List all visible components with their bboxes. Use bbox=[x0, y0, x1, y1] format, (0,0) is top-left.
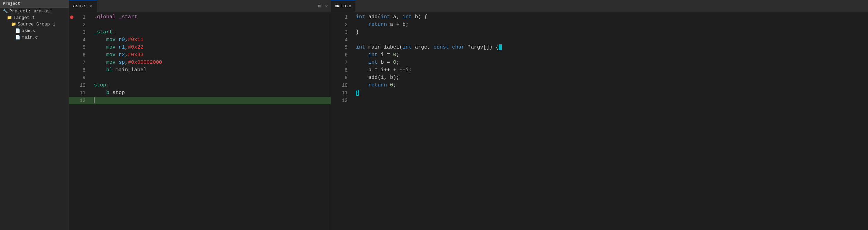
table-row: 2 bbox=[69, 21, 331, 29]
close-tab-icon[interactable]: ✕ bbox=[324, 2, 329, 10]
target-icon: 📁 bbox=[7, 15, 12, 20]
split-down-icon[interactable]: ⊞ bbox=[317, 2, 322, 10]
main-file-icon: 📄 bbox=[15, 35, 20, 40]
breakpoint-m10[interactable] bbox=[331, 82, 337, 89]
line-num-m11: 11 bbox=[337, 89, 353, 97]
line-num-m7: 7 bbox=[337, 59, 353, 66]
source-group-icon: 📁 bbox=[11, 22, 16, 27]
line-num-3: 3 bbox=[74, 29, 91, 36]
project-label: Project: arm-asm bbox=[9, 9, 52, 14]
line-num-7: 7 bbox=[74, 59, 91, 66]
breakpoint-8[interactable] bbox=[69, 66, 74, 74]
breakpoint-5[interactable] bbox=[69, 44, 74, 51]
breakpoint-m6[interactable] bbox=[331, 51, 337, 59]
asm-file-icon: 📄 bbox=[15, 28, 20, 33]
line-num-m9: 9 bbox=[337, 74, 353, 82]
line-content-5: mov r1,#0x22 bbox=[91, 44, 331, 51]
table-row: 4 mov r0,#0x11 bbox=[69, 36, 331, 44]
breakpoint-6[interactable] bbox=[69, 51, 74, 59]
breakpoint-1[interactable] bbox=[69, 13, 74, 21]
tab-bar-asm: asm.s ✕ ⊞ ✕ bbox=[69, 0, 331, 12]
line-content-m12 bbox=[353, 97, 868, 104]
code-area-asm[interactable]: 1 .global _start 2 3 _start: 4 mov r0,#0… bbox=[69, 12, 331, 230]
tab-asm-close[interactable]: ✕ bbox=[89, 3, 93, 9]
breakpoint-9[interactable] bbox=[69, 74, 74, 82]
sidebar-item-project[interactable]: 🔧 Project: arm-asm bbox=[0, 8, 69, 14]
table-row: 11 } bbox=[331, 89, 868, 97]
line-num-m1: 1 bbox=[337, 13, 353, 21]
breakpoint-2[interactable] bbox=[69, 21, 74, 29]
breakpoint-4[interactable] bbox=[69, 36, 74, 44]
target-label: Target 1 bbox=[13, 15, 35, 20]
line-content-m6: int i = 0; bbox=[353, 51, 868, 59]
tab-asm-s-label: asm.s bbox=[73, 3, 87, 9]
breakpoint-11[interactable] bbox=[69, 89, 74, 97]
line-content-3: _start: bbox=[91, 29, 331, 36]
tab-bar-main: main.c bbox=[331, 0, 868, 12]
line-num-m8: 8 bbox=[337, 66, 353, 74]
line-num-m6: 6 bbox=[337, 51, 353, 59]
breakpoint-m1[interactable] bbox=[331, 13, 337, 21]
breakpoint-m5[interactable] bbox=[331, 44, 337, 51]
sidebar-item-asm-s[interactable]: 📄 asm.s bbox=[0, 28, 69, 34]
project-icon: 🔧 bbox=[3, 9, 8, 14]
main-file-label: main.c bbox=[22, 35, 38, 40]
table-row: 9 bbox=[69, 74, 331, 82]
breakpoint-m7[interactable] bbox=[331, 59, 337, 66]
code-area-main[interactable]: 1 int add(int a, int b) { 2 return a + b… bbox=[331, 12, 868, 230]
editor-pane-main: main.c 1 int add(int a, int b) { 2 retur… bbox=[331, 0, 868, 230]
asm-file-label: asm.s bbox=[22, 28, 35, 33]
sidebar-item-source-group[interactable]: 📁 Source Group 1 bbox=[0, 21, 69, 28]
table-row: 7 int b = 0; bbox=[331, 59, 868, 66]
table-row: 9 add(i, b); bbox=[331, 74, 868, 82]
line-content-m10: return 0; bbox=[353, 82, 868, 89]
breakpoint-m12[interactable] bbox=[331, 97, 337, 104]
line-num-m10: 10 bbox=[337, 82, 353, 89]
breakpoint-m4[interactable] bbox=[331, 36, 337, 44]
table-row: 8 bl main_label bbox=[69, 66, 331, 74]
table-row: 12 bbox=[69, 97, 331, 104]
sidebar-header: Project bbox=[0, 0, 69, 8]
line-num-m5: 5 bbox=[337, 44, 353, 51]
tab-main-c-label: main.c bbox=[335, 3, 351, 9]
table-row: 3 _start: bbox=[69, 29, 331, 36]
line-num-10: 10 bbox=[74, 82, 91, 89]
line-content-m1: int add(int a, int b) { bbox=[353, 13, 868, 21]
table-row: 5 int main_label(int argc, const char *a… bbox=[331, 44, 868, 51]
table-row: 11 b stop bbox=[69, 89, 331, 97]
breakpoint-m9[interactable] bbox=[331, 74, 337, 82]
table-row: 1 int add(int a, int b) { bbox=[331, 13, 868, 21]
line-content-6: mov r2,#0x33 bbox=[91, 51, 331, 59]
line-content-11: b stop bbox=[91, 89, 331, 97]
breakpoint-3[interactable] bbox=[69, 29, 74, 36]
table-row: 6 int i = 0; bbox=[331, 51, 868, 59]
tab-asm-s[interactable]: asm.s ✕ bbox=[69, 0, 97, 12]
table-row: 6 mov r2,#0x33 bbox=[69, 51, 331, 59]
sidebar-item-target1[interactable]: 📁 Target 1 bbox=[0, 14, 69, 21]
line-num-6: 6 bbox=[74, 51, 91, 59]
line-num-2: 2 bbox=[74, 21, 91, 29]
breakpoint-10[interactable] bbox=[69, 82, 74, 89]
breakpoint-7[interactable] bbox=[69, 59, 74, 66]
tab-main-c[interactable]: main.c bbox=[331, 0, 356, 12]
source-group-label: Source Group 1 bbox=[18, 22, 55, 27]
editor-area: asm.s ✕ ⊞ ✕ 1 .global _start 2 bbox=[69, 0, 868, 230]
sidebar: Project 🔧 Project: arm-asm 📁 Target 1 📁 … bbox=[0, 0, 69, 230]
line-content-m5: int main_label(int argc, const char *arg… bbox=[353, 44, 868, 51]
breakpoint-m11[interactable] bbox=[331, 89, 337, 97]
breakpoint-m8[interactable] bbox=[331, 66, 337, 74]
sidebar-item-main-c[interactable]: 📄 main.c bbox=[0, 34, 69, 41]
line-content-m8: b = i++ + ++i; bbox=[353, 66, 868, 74]
breakpoint-m3[interactable] bbox=[331, 29, 337, 36]
line-num-9: 9 bbox=[74, 74, 91, 82]
table-row: 8 b = i++ + ++i; bbox=[331, 66, 868, 74]
line-content-m9: add(i, b); bbox=[353, 74, 868, 82]
line-num-4: 4 bbox=[74, 36, 91, 44]
line-num-8: 8 bbox=[74, 66, 91, 74]
line-num-m2: 2 bbox=[337, 21, 353, 29]
table-row: 1 .global _start bbox=[69, 13, 331, 21]
breakpoint-12[interactable] bbox=[69, 97, 74, 104]
breakpoint-m2[interactable] bbox=[331, 21, 337, 29]
table-row: 5 mov r1,#0x22 bbox=[69, 44, 331, 51]
line-content-9 bbox=[91, 74, 331, 82]
